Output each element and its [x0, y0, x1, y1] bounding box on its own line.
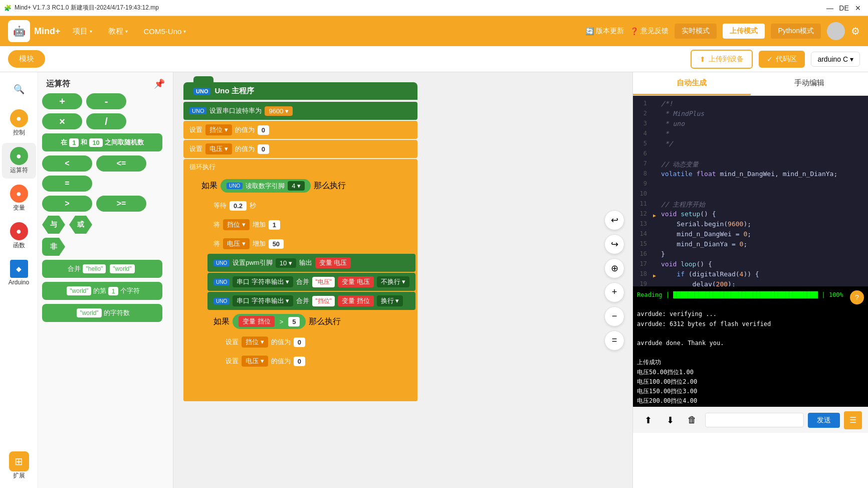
nth-char-block[interactable]: "world" 的第 1 个字符 — [42, 282, 162, 300]
reset-dianya-value[interactable]: 0 — [294, 357, 305, 366]
fit-button[interactable]: = — [604, 331, 624, 351]
setup-serial-block[interactable]: UNO 设置串口波特率为 9600 ▾ — [183, 102, 417, 120]
zoom-out-button[interactable]: − — [604, 306, 624, 327]
reset-dianya-dropdown[interactable]: 电压 ▾ — [242, 356, 268, 367]
inc-dianya-block[interactable]: 将 电压 ▾ 增加 50 — [207, 235, 415, 253]
inc-dianya-dropdown[interactable]: 电压 ▾ — [223, 238, 250, 249]
wait-value[interactable]: 0.2 — [230, 201, 247, 211]
str-len-block[interactable]: "world" 的字符数 — [42, 304, 162, 322]
maximize-button[interactable]: DE — [838, 2, 850, 14]
canvas-area[interactable]: UNO Uno 主程序 UNO 设置串口波特率为 9600 ▾ 设置 挡位 ▾ … — [173, 72, 632, 488]
serial-dianya-block[interactable]: UNO 串口 字符串输出 ▾ 合并 "电压" 变量 电压 不换行 ▾ — [207, 273, 415, 291]
redo-button[interactable]: ↪ — [604, 234, 624, 254]
reset-dangwei-value[interactable]: 0 — [294, 338, 305, 347]
set-dianya-block[interactable]: 设置 电压 ▾ 的值为 0 — [183, 140, 417, 158]
pin-dropdown[interactable]: 4 ▾ — [288, 181, 305, 191]
inc-dianya-value[interactable]: 50 — [269, 239, 284, 249]
send-button[interactable]: 发送 — [808, 413, 840, 428]
language-select[interactable]: arduino C ▾ — [811, 52, 860, 67]
hat-block[interactable]: UNO Uno 主程序 — [183, 82, 417, 100]
gte-block[interactable]: >= — [96, 196, 146, 212]
code-view-button[interactable]: ✓ 代码区 — [759, 51, 805, 68]
sidebar-item-control[interactable]: ● 控制 — [2, 105, 36, 141]
menu-tutorial[interactable]: 教程 ▾ — [104, 25, 132, 38]
inc-dangwei-value[interactable]: 1 — [269, 220, 280, 230]
add-block[interactable]: + — [42, 93, 82, 109]
divide-block[interactable]: / — [86, 113, 126, 129]
inc-dangwei-block[interactable]: 将 挡位 ▾ 增加 1 — [207, 216, 415, 234]
menu-project[interactable]: 项目 ▾ — [69, 25, 96, 38]
if-block-2[interactable]: 如果 变量 挡位 > 5 那么执行 — [207, 311, 413, 377]
digital-read-condition[interactable]: UNO 读取数字引脚 4 ▾ — [221, 179, 311, 193]
scroll-up-button[interactable]: ⬆ — [639, 411, 657, 429]
dangwei-value[interactable]: 0 — [258, 125, 269, 135]
gt-block[interactable]: > — [42, 196, 92, 212]
newline-dropdown2[interactable]: 换行 ▾ — [377, 295, 403, 306]
sidebar-item-arduino[interactable]: ◆ Arduino — [2, 256, 36, 290]
serial-type-dropdown2[interactable]: 串口 字符串输出 ▾ — [233, 295, 293, 306]
loop-block[interactable]: 循环执行 如果 UNO 读取数字引脚 4 ▾ 那么执行 — [183, 159, 417, 401]
compare-condition[interactable]: 变量 挡位 > 5 — [233, 314, 306, 329]
logo-area: 🤖 Mind+ — [8, 20, 61, 42]
serial-dangwei-block[interactable]: UNO 串口 字符串输出 ▾ 合并 "挡位" 变量 挡位 换行 ▾ — [207, 292, 415, 310]
close-button[interactable]: ✕ — [852, 2, 864, 14]
set-dangwei-block[interactable]: 设置 挡位 ▾ 的值为 0 — [183, 121, 417, 139]
reset-dianya-block[interactable]: 设置 电压 ▾ 的值为 0 — [220, 352, 413, 370]
dianya-value[interactable]: 0 — [258, 144, 269, 154]
settings-button[interactable]: ⚙ — [851, 25, 860, 37]
cond-value[interactable]: 5 — [288, 317, 300, 327]
or-block[interactable]: 或 — [69, 216, 92, 234]
minimize-button[interactable]: — — [824, 2, 836, 14]
inc-dangwei-dropdown[interactable]: 挡位 ▾ — [223, 219, 250, 230]
scroll-down-button[interactable]: ⬇ — [661, 411, 679, 429]
sidebar-item-search[interactable]: 🔍 — [2, 76, 36, 103]
version-update-button[interactable]: 🔄 版本更新 — [585, 27, 624, 36]
str-len-block-row: "world" 的字符数 — [42, 304, 169, 322]
feedback-button[interactable]: ❓ 意见反馈 — [630, 27, 669, 36]
dianya-dropdown[interactable]: 电压 ▾ — [205, 143, 232, 154]
sidebar-item-variables[interactable]: ● 变量 — [2, 181, 36, 216]
reset-dangwei-block[interactable]: 设置 挡位 ▾ 的值为 0 — [220, 333, 413, 351]
random-block[interactable]: 在 1 和 10 之间取随机数 — [42, 133, 162, 151]
serial-send-input[interactable] — [705, 413, 804, 427]
upload-mode-button[interactable]: 上传模式 — [723, 24, 765, 39]
tab-auto-generate[interactable]: 自动生成 — [633, 72, 751, 95]
main-program-block[interactable]: UNO Uno 主程序 UNO 设置串口波特率为 9600 ▾ 设置 挡位 ▾ … — [183, 82, 417, 401]
baud-dropdown[interactable]: 9600 ▾ — [265, 106, 293, 116]
code-area[interactable]: 1 /*! 2 * MindPlus 3 * uno 4 * 5 */ 6 — [633, 96, 868, 286]
blocks-tab-button[interactable]: 模块 — [8, 50, 45, 68]
pwm-pin-dropdown[interactable]: 10 ▾ — [276, 258, 296, 268]
pwm-block[interactable]: UNO 设置pwm引脚 10 ▾ 输出 变量 电压 — [207, 254, 415, 272]
terminal[interactable]: Reading | ██████████████████████████████… — [633, 286, 868, 407]
realtime-mode-button[interactable]: 实时模式 — [675, 24, 717, 39]
python-mode-button[interactable]: Python模式 — [771, 24, 821, 39]
menu-port[interactable]: COM5-Uno ▾ — [140, 25, 190, 38]
not-block[interactable]: 非 — [42, 238, 65, 256]
sidebar-item-operators[interactable]: ● 运算符 — [2, 143, 36, 179]
sidebar-item-functions[interactable]: ● 函数 — [2, 218, 36, 254]
reset-dangwei-dropdown[interactable]: 挡位 ▾ — [242, 337, 268, 348]
concat-block[interactable]: 合并 "hello" "world" — [42, 260, 162, 278]
lines-toggle-button[interactable]: ☰ — [844, 411, 862, 429]
dangwei-dropdown[interactable]: 挡位 ▾ — [205, 124, 232, 135]
avatar[interactable] — [827, 22, 845, 40]
clear-terminal-button[interactable]: 🗑 — [683, 411, 701, 429]
expand-button[interactable]: ⊞ 扩展 — [7, 447, 31, 484]
subtract-block[interactable]: - — [86, 93, 126, 109]
wait-block[interactable]: 等待 0.2 秒 — [207, 197, 415, 215]
terminal-help-button[interactable]: ? — [850, 290, 864, 304]
tab-manual-edit[interactable]: 手动编辑 — [751, 72, 869, 95]
center-button[interactable]: ⊕ — [604, 258, 624, 278]
newline-dropdown[interactable]: 不换行 ▾ — [377, 276, 410, 287]
lt-block[interactable]: < — [42, 155, 92, 172]
eq-block[interactable]: = — [42, 176, 92, 192]
serial-type-dropdown[interactable]: 串口 字符串输出 ▾ — [233, 276, 293, 287]
lte-block[interactable]: <= — [96, 155, 146, 172]
multiply-block[interactable]: × — [42, 113, 82, 129]
undo-button[interactable]: ↩ — [604, 210, 624, 230]
and-block[interactable]: 与 — [42, 216, 65, 234]
zoom-in-button[interactable]: + — [604, 282, 624, 302]
pin-icon[interactable]: 📌 — [154, 78, 165, 89]
upload-device-button[interactable]: ⬆ 上传到设备 — [691, 50, 753, 69]
if-block-1[interactable]: 如果 UNO 读取数字引脚 4 ▾ 那么执行 — [195, 176, 415, 384]
